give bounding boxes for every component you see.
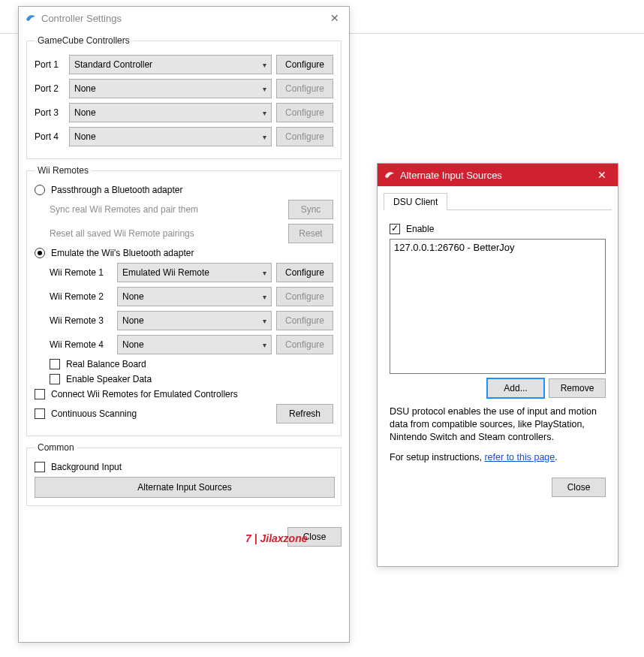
dsu-description: DSU protocol enables the use of input an… [390,405,606,444]
chevron-down-icon: ▾ [263,61,266,69]
emulate-label: Emulate the Wii's Bluetooth adapter [51,248,194,258]
emulate-radio-row[interactable]: Emulate the Wii's Bluetooth adapter [35,248,333,258]
tab-strip: DSU Client [384,192,612,210]
tab-dsu-client[interactable]: DSU Client [384,193,447,210]
wii-remote-label: Wii Remote 3 [50,315,113,326]
wii-configure-button[interactable]: Configure [276,263,333,282]
alternate-input-sources-window: Alternate Input Sources ✕ DSU Client Ena… [377,163,618,567]
reset-button: Reset [288,224,333,243]
wii-remote-select[interactable]: Emulated Wii Remote ▾ [117,263,272,282]
list-item[interactable]: 127.0.0.1:26760 - BetterJoy [394,242,601,253]
chevron-down-icon: ▾ [263,293,266,301]
wii-configure-button: Configure [276,287,333,306]
continuous-scanning-label: Continuous Scanning [51,408,272,419]
passthrough-label: Passthrough a Bluetooth adapter [51,185,182,195]
radio-icon[interactable] [35,248,45,258]
gc-port-label: Port 4 [35,131,65,142]
watermark-text: 7 | Jilaxzone [245,532,308,544]
chevron-down-icon: ▾ [263,109,266,117]
gc-configure-button[interactable]: Configure [276,55,333,74]
wii-configure-button: Configure [276,311,333,330]
gamecube-group: GameCube Controllers Port 1 Standard Con… [26,35,342,159]
enable-checkbox[interactable]: Enable [390,224,606,234]
gc-port-select[interactable]: Standard Controller ▾ [69,55,272,74]
add-button[interactable]: Add... [487,378,544,398]
close-icon[interactable]: ✕ [320,7,349,29]
connect-emulated-checkbox[interactable]: Connect Wii Remotes for Emulated Control… [35,389,333,399]
gc-configure-button: Configure [276,103,333,122]
chevron-down-icon: ▾ [263,269,266,277]
sync-button: Sync [288,200,333,219]
sync-remotes-label: Sync real Wii Remotes and pair them [50,204,284,215]
dolphin-icon [25,12,37,24]
radio-icon[interactable] [35,185,45,195]
gc-port-select[interactable]: None ▾ [69,127,272,146]
gc-configure-button: Configure [276,127,333,146]
wii-remote-select[interactable]: None ▾ [117,287,272,306]
gc-port-select[interactable]: None ▾ [69,79,272,98]
balance-board-checkbox[interactable]: Real Balance Board [50,359,333,369]
gc-port-label: Port 3 [35,107,65,118]
gc-port-row: Port 1 Standard Controller ▾ Configure [35,55,333,74]
chevron-down-icon: ▾ [263,341,266,349]
wii-remote-row: Wii Remote 2 None ▾ Configure [50,287,333,306]
wii-remote-label: Wii Remote 4 [50,339,113,350]
remove-button[interactable]: Remove [549,378,606,398]
titlebar: Alternate Input Sources ✕ [378,164,618,186]
gc-port-row: Port 4 None ▾ Configure [35,127,333,146]
wii-remote-label: Wii Remote 1 [50,267,113,278]
dsu-server-listbox[interactable]: 127.0.0.1:26760 - BetterJoy [390,239,606,374]
dolphin-icon [384,169,396,181]
wii-remote-select[interactable]: None ▾ [117,311,272,330]
gc-port-row: Port 2 None ▾ Configure [35,79,333,98]
wii-remote-label: Wii Remote 2 [50,291,113,302]
speaker-data-checkbox[interactable]: Enable Speaker Data [50,374,333,384]
reset-pairings-label: Reset all saved Wii Remote pairings [50,228,284,239]
window-title: Controller Settings [41,13,320,24]
gamecube-legend: GameCube Controllers [35,35,133,46]
wii-remote-row: Wii Remote 1 Emulated Wii Remote ▾ Confi… [50,263,333,282]
checkbox-icon[interactable] [35,408,45,419]
wii-remote-select[interactable]: None ▾ [117,335,272,354]
gc-configure-button: Configure [276,79,333,98]
dsu-setup-line: For setup instructions, refer to this pa… [390,451,606,464]
checkbox-icon[interactable] [35,462,45,472]
chevron-down-icon: ▾ [263,317,266,325]
gc-port-row: Port 3 None ▾ Configure [35,103,333,122]
wii-legend: Wii Remotes [35,165,92,176]
close-button[interactable]: Close [552,478,606,497]
close-icon[interactable]: ✕ [586,164,618,186]
gc-port-select[interactable]: None ▾ [69,103,272,122]
alternate-input-sources-button[interactable]: Alternate Input Sources [35,477,335,498]
wii-remote-row: Wii Remote 4 None ▾ Configure [50,335,333,354]
window-title: Alternate Input Sources [400,170,586,181]
checkbox-icon[interactable] [35,389,45,399]
checkbox-icon[interactable] [50,374,60,384]
checkbox-icon[interactable] [390,224,400,234]
checkbox-icon[interactable] [50,359,60,369]
titlebar: Controller Settings ✕ [19,7,349,29]
setup-link[interactable]: refer to this page [484,452,555,463]
common-legend: Common [35,442,77,453]
gc-port-label: Port 2 [35,83,65,94]
passthrough-radio-row[interactable]: Passthrough a Bluetooth adapter [35,185,333,195]
background-input-checkbox[interactable]: Background Input [35,462,333,472]
wii-configure-button: Configure [276,335,333,354]
controller-settings-window: Controller Settings ✕ GameCube Controlle… [18,6,350,643]
gc-port-label: Port 1 [35,59,65,70]
common-group: Common Background Input Alternate Input … [26,442,342,506]
refresh-button[interactable]: Refresh [276,404,333,423]
chevron-down-icon: ▾ [263,85,266,93]
wii-group: Wii Remotes Passthrough a Bluetooth adap… [26,165,342,436]
chevron-down-icon: ▾ [263,133,266,141]
wii-remote-row: Wii Remote 3 None ▾ Configure [50,311,333,330]
